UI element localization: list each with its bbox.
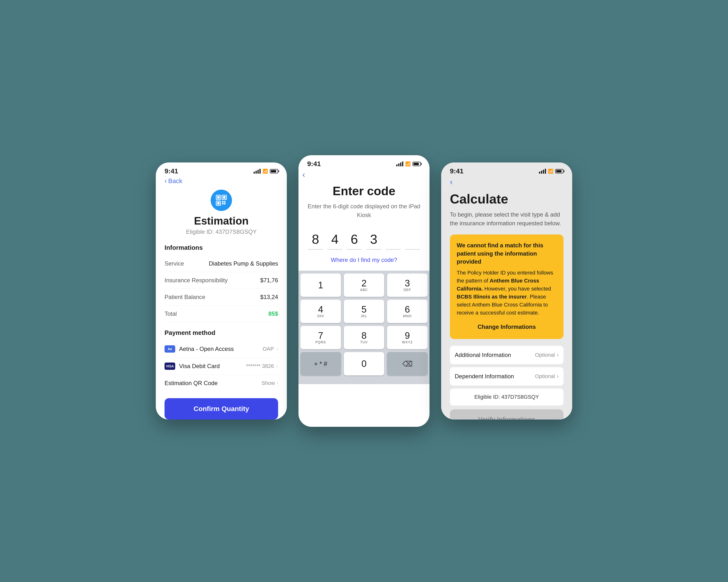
service-label: Service <box>164 260 184 267</box>
key-2-letters: ABC <box>360 288 368 292</box>
key-3[interactable]: 3 DEF <box>387 274 427 297</box>
back-label-1: Back <box>168 177 182 185</box>
key-delete[interactable]: ⌫ <box>387 352 427 376</box>
key-5-num: 5 <box>361 305 366 314</box>
enter-code-subtitle: Enter the 6-digit code displayed on the … <box>306 202 422 219</box>
aetna-chevron: › <box>277 346 278 352</box>
code-digit-5 <box>386 231 401 250</box>
payment-row-aetna[interactable]: Ae Aetna - Open Access OAP › <box>164 340 278 358</box>
qr-chevron: › <box>277 380 278 386</box>
key-1-num: 1 <box>318 281 323 290</box>
key-symbols[interactable]: + * # <box>301 352 341 376</box>
key-9-letters: WXYZ <box>402 340 413 344</box>
visa-chevron: › <box>277 363 278 369</box>
battery-icon-1 <box>270 169 278 173</box>
status-icons-2: 📶 <box>396 161 421 167</box>
key-0[interactable]: 0 <box>344 352 384 376</box>
calculate-subtitle: To begin, please select the visit type &… <box>450 210 564 228</box>
status-bar-1: 9:41 📶 <box>156 163 287 177</box>
key-1[interactable]: 1 <box>301 274 341 297</box>
back-button-3[interactable]: ‹ <box>450 177 564 187</box>
back-chevron-1: ‹ <box>164 177 167 185</box>
payment-section: Payment method Ae Aetna - Open Access OA… <box>164 329 278 391</box>
find-code-link[interactable]: Where do I find my code? <box>298 256 430 264</box>
wifi-icon-1: 📶 <box>263 169 268 174</box>
key-0-num: 0 <box>361 359 366 368</box>
calculate-title: Calculate <box>450 191 564 206</box>
qr-code-label: Estimation QR Code <box>164 380 218 387</box>
svg-rect-9 <box>224 203 226 204</box>
dependent-info-row[interactable]: Dependent Information Optional › <box>450 367 564 386</box>
aetna-logo: Ae <box>164 345 175 353</box>
confirm-button[interactable]: Confirm Quantity <box>164 398 278 419</box>
warning-card: We cannot find a match for this patient … <box>450 234 564 339</box>
enter-code-header: Enter code Enter the 6-digit code displa… <box>298 184 430 219</box>
key-5-letters: JKL <box>361 314 367 318</box>
additional-info-row[interactable]: Additional Information Optional › <box>450 346 564 364</box>
key-9[interactable]: 9 WXYZ <box>387 326 427 349</box>
change-informations-button[interactable]: Change Informations <box>457 322 557 332</box>
code-digit-2: 4 <box>327 231 342 250</box>
service-value: Diabetes Pump & Supplies <box>209 260 278 267</box>
section-informations: Informations <box>164 244 278 251</box>
balance-value: $13,24 <box>260 294 278 301</box>
key-4[interactable]: 4 GHI <box>301 300 341 323</box>
enter-code-title: Enter code <box>306 184 422 198</box>
status-time-1: 9:41 <box>164 167 178 175</box>
dependent-info-label: Dependent Information <box>455 373 514 380</box>
svg-rect-6 <box>222 201 224 202</box>
svg-rect-8 <box>222 203 224 204</box>
signal-bars-2 <box>396 162 403 166</box>
qr-code-row[interactable]: Estimation QR Code Show › <box>164 375 278 391</box>
status-bar-2: 9:41 📶 <box>298 155 430 170</box>
status-icons-3: 📶 <box>539 169 564 174</box>
key-6-letters: MNO <box>403 314 412 318</box>
dependent-info-chevron: › <box>557 373 558 380</box>
status-bar-3: 9:41 📶 <box>441 163 572 177</box>
additional-info-value: Optional <box>535 352 555 358</box>
key-2-num: 2 <box>361 279 366 288</box>
qr-show-text: Show <box>262 380 275 386</box>
key-8[interactable]: 8 TUV <box>344 326 384 349</box>
estimation-title: Estimation <box>194 215 249 227</box>
keypad-row-1: 1 2 ABC 3 DEF <box>301 274 427 297</box>
additional-info-right: Optional › <box>535 352 558 358</box>
keypad-row-3: 7 PQRS 8 TUV 9 WXYZ <box>301 326 427 349</box>
section-payment: Payment method <box>164 329 278 337</box>
visa-logo: VISA <box>164 363 175 370</box>
key-7[interactable]: 7 PQRS <box>301 326 341 349</box>
estimation-id: Eligible ID: 437D7S8GSQY <box>186 228 257 235</box>
info-row-balance: Patient Balance $13,24 <box>164 289 278 306</box>
payment-row-visa[interactable]: VISA Visa Debit Card ******* 3826 › <box>164 358 278 375</box>
visa-detail: ******* 3826 <box>246 363 274 369</box>
insurance-label: Insurance Responsibility <box>164 277 228 284</box>
phone-calculate: 9:41 📶 ‹ Calculate To begin, please sele… <box>441 163 572 419</box>
code-digit-4: 3 <box>366 231 381 250</box>
verify-button: Verify Informations <box>450 409 564 419</box>
aetna-name: Aetna - Open Access <box>179 345 263 352</box>
warning-body: The Policy Holder ID you entered follows… <box>457 269 557 317</box>
back-button-2[interactable]: ‹ <box>298 170 430 179</box>
dependent-info-value: Optional <box>535 373 555 380</box>
back-button-1[interactable]: ‹ Back <box>164 177 278 185</box>
status-time-2: 9:41 <box>307 160 321 168</box>
key-9-num: 9 <box>405 331 410 340</box>
key-3-num: 3 <box>405 279 410 288</box>
total-label: Total <box>164 310 177 317</box>
key-6[interactable]: 6 MNO <box>387 300 427 323</box>
key-5[interactable]: 5 JKL <box>344 300 384 323</box>
code-digit-1: 8 <box>308 231 323 250</box>
phone-estimation: 9:41 📶 ‹ Back <box>156 163 287 419</box>
qr-show[interactable]: Show › <box>262 380 278 386</box>
key-symbols-label: + * # <box>314 361 327 367</box>
code-digit-6 <box>405 231 420 250</box>
additional-info-chevron: › <box>557 352 558 358</box>
svg-rect-5 <box>217 202 219 204</box>
eligible-id-box: Eligible ID: 437D7S8GSQY <box>450 388 564 406</box>
phones-container: 9:41 📶 ‹ Back <box>156 155 572 427</box>
key-2[interactable]: 2 ABC <box>344 274 384 297</box>
warning-title: We cannot find a match for this patient … <box>457 241 557 266</box>
qr-circle <box>211 190 232 211</box>
delete-icon: ⌫ <box>402 360 413 368</box>
info-row-total: Total 85$ <box>164 306 278 322</box>
